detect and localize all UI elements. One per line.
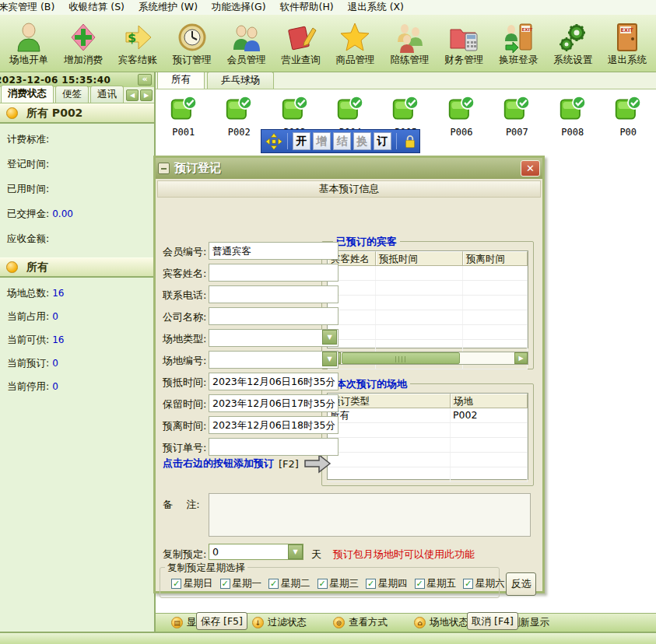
table-cell (451, 423, 528, 437)
venue-category-tab[interactable]: 乒乓球场 (207, 72, 274, 89)
sidebar-collapse-button[interactable]: « (138, 74, 152, 86)
venue-action-button[interactable]: 换 (353, 132, 371, 150)
field-row: 计费标准: (7, 133, 154, 146)
venue-category-tab[interactable]: 所有 (157, 72, 205, 89)
venue-action-button[interactable]: 订 (374, 132, 391, 150)
toolbar-button[interactable]: 预订管理 (165, 16, 219, 72)
menu-item[interactable]: 软件帮助(H) (273, 0, 341, 15)
toolbar-button-label: 增加消费 (64, 54, 103, 67)
form-field-input[interactable] (209, 285, 339, 303)
toolbar-button[interactable]: $宾客结账 (111, 16, 165, 72)
toolbar-button[interactable]: 场地开单 (2, 16, 56, 72)
form-field-input[interactable] (209, 438, 339, 456)
sidebar-tab[interactable]: 消费状态 (1, 85, 54, 103)
venue-item[interactable]: P00 (601, 95, 656, 138)
menu-item[interactable]: 系统维护 (W) (132, 0, 205, 15)
lock-icon[interactable] (402, 133, 416, 150)
tab-scroll-left-icon[interactable]: ◀ (126, 89, 139, 101)
venue-item[interactable]: P002 (211, 95, 266, 138)
chevron-down-icon[interactable]: ▼ (288, 544, 303, 559)
weekday-checkbox[interactable]: ✓星期四 (366, 577, 408, 590)
form-field-input[interactable] (209, 307, 339, 325)
invert-selection-button[interactable]: 反选 (506, 572, 536, 596)
table-row[interactable]: 所有P002 (328, 408, 528, 423)
weekday-checkbox[interactable]: ✓星期二 (268, 577, 310, 590)
move-icon[interactable] (265, 133, 282, 150)
toolbar-button-label: 系统设置 (553, 54, 592, 67)
close-icon[interactable]: ✕ (521, 160, 540, 177)
menu-item[interactable]: 功能选择(G) (205, 0, 272, 15)
venue-item[interactable]: P001 (156, 95, 211, 138)
scrollbar-track[interactable] (460, 352, 514, 364)
toolbar-button[interactable]: 商品管理 (328, 16, 383, 72)
chevron-down-icon[interactable]: ▼ (322, 352, 337, 366)
field-label: 当前预订: (7, 357, 49, 369)
weekday-checkbox[interactable]: ✓星期三 (317, 577, 360, 590)
checkbox-checked-icon[interactable]: ✓ (366, 579, 376, 589)
weekday-checkbox[interactable]: ✓星期五 (415, 577, 457, 590)
toolbar-button[interactable]: 陪练管理 (382, 16, 437, 72)
sidebar-tab[interactable]: 便签 (55, 86, 89, 103)
scrollbar-thumb[interactable] (342, 352, 460, 364)
toolbar-button[interactable]: EXIT退出系统 (600, 16, 654, 72)
checkbox-checked-icon[interactable]: ✓ (463, 579, 473, 589)
form-field-input[interactable]: 2023年12月06日16时35分 (209, 373, 339, 390)
toolbar-button[interactable]: 增加消费 (56, 16, 111, 72)
toolbar-button[interactable]: EXIT换班登录 (491, 16, 545, 72)
table-row (328, 296, 528, 310)
weekday-checkbox[interactable]: ✓星期日 (171, 577, 213, 590)
toolbar-button-label: 预订管理 (173, 54, 212, 67)
menu-bar: 来宾管理 (B)收银结算 (S)系统维护 (W)功能选择(G)软件帮助(H)退出… (0, 0, 656, 15)
current-booking-group: 本次预订的场地 预订类型场地 所有P002 (321, 383, 534, 486)
checkbox-checked-icon[interactable]: ✓ (171, 579, 181, 589)
weekday-checkbox[interactable]: ✓星期一 (220, 577, 262, 590)
venue-item[interactable]: P007 (489, 95, 545, 138)
weekday-label: 星期五 (427, 577, 457, 590)
sidebar-tab[interactable]: 通讯 (90, 86, 124, 103)
menu-item[interactable]: 收银结算 (S) (61, 0, 132, 15)
chevron-down-icon[interactable]: ▼ (322, 330, 337, 345)
menu-item[interactable]: 来宾管理 (B) (0, 0, 61, 15)
toolbar-button[interactable]: 营业查询 (274, 16, 328, 72)
venue-action-button[interactable]: 开 (293, 132, 310, 150)
copy-days-unit: 天 (311, 548, 321, 562)
checkbox-checked-icon[interactable]: ✓ (415, 579, 425, 589)
weekday-checkbox-row: ✓星期日✓星期一✓星期二✓星期三✓星期四✓星期五✓星期六 (171, 577, 505, 590)
main-toolbar: 场地开单增加消费$宾客结账预订管理会员管理营业查询商品管理陪练管理财务管理EXI… (0, 15, 656, 72)
copy-days-select[interactable]: 0 ▼ (209, 544, 303, 560)
form-field-input[interactable]: 2023年12月06日18时35分 (209, 416, 339, 434)
form-field-input[interactable] (209, 329, 339, 347)
table-cell (376, 325, 463, 339)
remark-textarea[interactable] (209, 493, 531, 537)
venue-action-button[interactable]: 增 (313, 132, 331, 150)
venue-ok-icon (336, 95, 364, 125)
checkbox-checked-icon[interactable]: ✓ (317, 579, 328, 589)
finance-icon (448, 22, 479, 53)
form-field-input[interactable] (209, 264, 339, 282)
cancel-button[interactable]: 取消 [F4] (467, 612, 518, 630)
venue-item[interactable]: P008 (545, 95, 600, 138)
form-field-label: 预离时间: (163, 419, 206, 433)
toolbar-button[interactable]: 财务管理 (437, 16, 491, 72)
dialog-system-icon[interactable] (158, 163, 170, 174)
venue-item[interactable]: P006 (433, 95, 489, 138)
booked-guests-title: 已预订的宾客 (333, 235, 400, 249)
form-field-input[interactable]: 2023年12月06日17时35分 (209, 394, 339, 412)
save-button[interactable]: 保存 [F5] (196, 612, 247, 630)
scroll-right-icon[interactable]: ▶ (514, 352, 528, 364)
checkbox-checked-icon[interactable]: ✓ (268, 579, 279, 589)
dialog-title-bar[interactable]: 预订登记 ✕ (156, 158, 542, 179)
toolbar-button[interactable]: 系统设置 (545, 16, 600, 72)
venue-action-button[interactable]: 结 (333, 132, 351, 150)
toolbar-button[interactable]: 会员管理 (219, 16, 274, 72)
form-field-input[interactable]: 普通宾客 (209, 242, 339, 260)
menu-item[interactable]: 退出系统 (X) (341, 0, 411, 15)
add-reservation-arrow-button[interactable] (303, 453, 332, 474)
add-hint-shortcut: [F2] (279, 458, 299, 470)
tab-scroll-right-icon[interactable]: ▶ (140, 89, 153, 101)
checkbox-checked-icon[interactable]: ✓ (220, 579, 230, 589)
field-label: 已用时间: (7, 183, 49, 194)
weekday-checkbox[interactable]: ✓星期六 (463, 577, 505, 590)
current-booking-table-header: 预订类型场地 (328, 394, 528, 408)
form-field-input[interactable] (209, 351, 339, 369)
